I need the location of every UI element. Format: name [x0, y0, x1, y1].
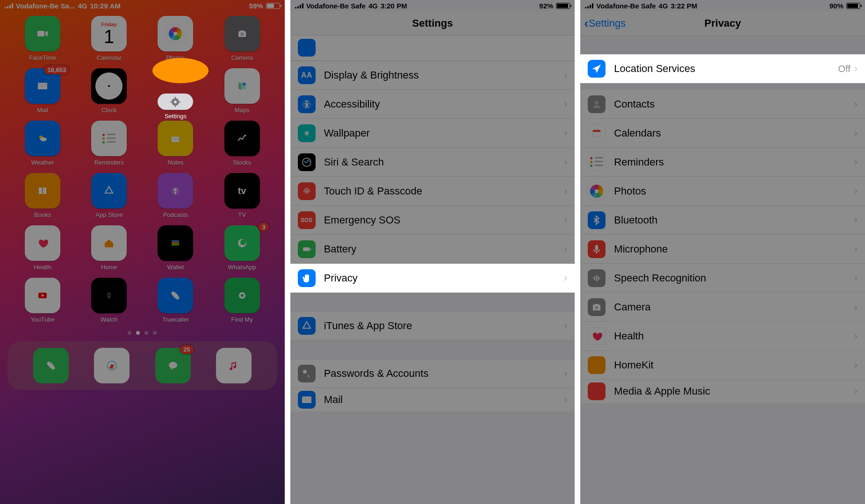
dock-music[interactable] — [216, 348, 252, 383]
row-camera[interactable]: Camera› — [580, 293, 865, 322]
app-watch[interactable]: Watch — [76, 278, 142, 329]
row-accessibility[interactable]: Accessibility› — [290, 90, 575, 119]
svg-point-9 — [40, 137, 47, 141]
tv-icon: tv — [224, 173, 260, 209]
page-dot[interactable] — [153, 331, 157, 335]
dock-messages[interactable]: 25 — [155, 348, 191, 383]
app-reminders[interactable]: Reminders — [76, 121, 142, 172]
badge: 25 — [180, 345, 193, 354]
app-findmy[interactable]: Find My — [209, 278, 275, 329]
calendars-icon — [588, 124, 606, 142]
dock-safari[interactable] — [94, 348, 130, 383]
home-screen-screenshot: Vodafone-Be Sa... 4G 10:29 AM 59% FaceTi… — [0, 0, 285, 504]
app-camera[interactable]: Camera — [209, 16, 275, 67]
dock-phone[interactable] — [33, 348, 69, 383]
svg-point-40 — [595, 306, 598, 309]
display-brightness-icon: AA — [298, 66, 316, 84]
row-homekit[interactable]: HomeKit› — [580, 351, 865, 380]
reminders-icon — [588, 153, 606, 171]
app-truecaller[interactable]: Truecaller — [142, 278, 209, 329]
app-whatsapp[interactable]: 3WhatsApp — [209, 225, 275, 277]
svg-point-36 — [595, 101, 598, 105]
app-podcasts[interactable]: Podcasts — [142, 173, 209, 224]
wallet-icon — [158, 225, 193, 261]
page-dot[interactable] — [128, 331, 131, 335]
settings-screen-screenshot: Vodafone-Be Safe 4G 3:20 PM 92% Settings… — [290, 0, 575, 504]
app-notes[interactable]: Notes — [142, 121, 209, 172]
svg-point-22 — [108, 294, 110, 297]
health-icon — [25, 225, 60, 261]
dock: 25 — [7, 341, 277, 390]
row-media-apple-music[interactable]: Media & Apple Music› — [580, 380, 865, 403]
row-wallpaper[interactable]: Wallpaper› — [290, 119, 575, 148]
wallpaper-icon — [298, 124, 316, 142]
highlight-ring — [152, 58, 209, 83]
page-dot[interactable] — [144, 331, 148, 335]
app-clock[interactable]: Clock — [76, 68, 142, 120]
row-mail[interactable]: Mail› — [290, 388, 575, 411]
svg-point-0 — [240, 33, 244, 36]
row-siri-search[interactable]: Siri & Search› — [290, 148, 575, 177]
app-label: Settings — [165, 113, 187, 120]
row-display-brightness[interactable]: AADisplay & Brightness› — [290, 61, 575, 90]
app-calendar[interactable]: Friday1Calendar — [76, 16, 142, 67]
svg-rect-39 — [595, 245, 598, 251]
app-label: App Store — [95, 211, 123, 218]
row-reminders[interactable]: Reminders› — [580, 148, 865, 177]
app-home[interactable]: Home — [76, 225, 142, 277]
app-label: Weather — [31, 159, 54, 166]
app-stocks[interactable]: Stocks — [209, 121, 275, 172]
chevron-right-icon: › — [854, 243, 858, 255]
row-bluetooth[interactable]: Bluetooth› — [580, 206, 865, 235]
app-wallet[interactable]: Wallet — [142, 225, 209, 277]
app-tv[interactable]: tvTV — [209, 173, 275, 224]
row-contacts[interactable]: Contacts› — [580, 90, 865, 119]
app-youtube[interactable]: YouTube — [9, 278, 76, 329]
chevron-right-icon: › — [854, 330, 858, 342]
chevron-right-icon: › — [854, 63, 858, 75]
weather-icon — [25, 121, 60, 156]
row-photos[interactable]: Photos› — [580, 177, 865, 206]
svg-rect-18 — [172, 244, 179, 245]
accessibility-icon — [298, 95, 316, 113]
row-location-services[interactable]: Location ServicesOff› — [580, 54, 865, 83]
row-emergency-sos[interactable]: SOSEmergency SOS› — [290, 206, 575, 235]
row-privacy[interactable]: Privacy› — [290, 264, 575, 293]
chevron-right-icon: › — [564, 185, 567, 197]
chevron-right-icon: › — [854, 127, 858, 139]
svg-rect-3 — [175, 97, 176, 99]
row-itunes-appstore[interactable]: iTunes & App Store› — [290, 311, 575, 340]
app-weather[interactable]: Weather — [9, 121, 76, 172]
row-speech-recognition[interactable]: Speech Recognition› — [580, 264, 865, 293]
row-calendars[interactable]: Calendars› — [580, 119, 865, 148]
svg-rect-5 — [170, 101, 172, 102]
passwords-accounts-icon — [298, 365, 316, 382]
app-settings[interactable]: Settings — [142, 68, 209, 120]
app-health[interactable]: Health — [9, 225, 76, 277]
page-dot[interactable] — [136, 331, 140, 335]
app-facetime[interactable]: FaceTime — [9, 16, 76, 67]
page-title: Settings — [412, 17, 453, 29]
chevron-right-icon: › — [854, 214, 858, 226]
appstore-icon — [91, 173, 127, 209]
row-partial-top[interactable] — [290, 36, 575, 61]
app-label: Books — [34, 211, 51, 218]
app-mail[interactable]: 18,653Mail — [9, 68, 76, 120]
row-battery[interactable]: Battery› — [290, 235, 575, 264]
back-button[interactable]: ‹ Settings — [584, 11, 626, 35]
app-maps[interactable]: Maps — [209, 68, 275, 120]
photos-icon — [158, 16, 193, 51]
app-appstore[interactable]: App Store — [76, 173, 142, 224]
row-microphone[interactable]: Microphone› — [580, 235, 865, 264]
app-label: Mail — [37, 107, 48, 114]
app-label: Camera — [231, 54, 252, 61]
app-books[interactable]: Books — [9, 173, 76, 224]
app-label: TV — [238, 211, 246, 218]
page-dots[interactable] — [0, 331, 285, 335]
network-label: 4G — [659, 2, 668, 10]
app-label: FaceTime — [29, 54, 56, 61]
row-touchid-passcode[interactable]: Touch ID & Passcode› — [290, 177, 575, 206]
row-passwords-accounts[interactable]: Passwords & Accounts› — [290, 359, 575, 388]
row-health[interactable]: Health› — [580, 322, 865, 351]
chevron-right-icon: › — [564, 156, 567, 168]
